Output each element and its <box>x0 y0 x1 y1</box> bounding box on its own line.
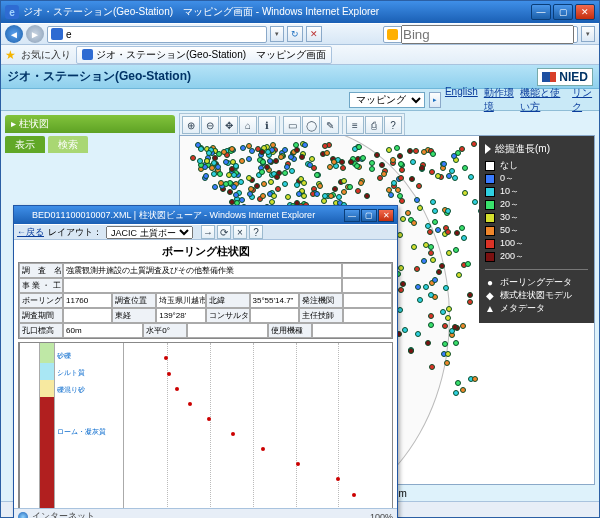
boring-point[interactable] <box>416 183 422 189</box>
boring-point[interactable] <box>402 327 408 333</box>
boring-point[interactable] <box>395 187 401 193</box>
boring-point[interactable] <box>360 155 366 161</box>
boring-point[interactable] <box>274 174 280 180</box>
boring-point[interactable] <box>459 225 465 231</box>
boring-point[interactable] <box>423 284 429 290</box>
search-bar[interactable] <box>383 26 578 43</box>
boring-point[interactable] <box>271 193 277 199</box>
boring-point[interactable] <box>441 161 447 167</box>
address-bar[interactable] <box>47 26 267 43</box>
boring-point[interactable] <box>278 154 284 160</box>
popup-tool-button[interactable]: × <box>233 225 247 239</box>
boring-point[interactable] <box>467 299 473 305</box>
layout-select[interactable]: JACIC 土質ボー <box>106 226 193 239</box>
boring-point[interactable] <box>302 142 308 148</box>
boring-point[interactable] <box>452 175 458 181</box>
boring-point[interactable] <box>429 169 435 175</box>
boring-point[interactable] <box>425 223 431 229</box>
mode-go-button[interactable]: ▸ <box>429 92 441 108</box>
boring-point[interactable] <box>449 168 455 174</box>
boring-point[interactable] <box>453 340 459 346</box>
header-link[interactable]: リンク <box>572 86 595 114</box>
boring-point[interactable] <box>443 285 449 291</box>
address-input[interactable] <box>66 28 263 41</box>
boring-point[interactable] <box>472 199 478 205</box>
layer-button[interactable]: ≡ <box>346 116 364 134</box>
boring-point[interactable] <box>425 340 431 346</box>
boring-point[interactable] <box>410 159 416 165</box>
popup-tool-button[interactable]: ⟳ <box>217 225 231 239</box>
zoom-out-button[interactable]: ⊖ <box>201 116 219 134</box>
measure-button[interactable]: ✎ <box>321 116 339 134</box>
popup-tool-button[interactable]: ? <box>249 225 263 239</box>
boring-point[interactable] <box>411 220 417 226</box>
boring-point[interactable] <box>270 142 276 148</box>
boring-point[interactable] <box>369 160 375 166</box>
boring-point[interactable] <box>421 149 427 155</box>
boring-point[interactable] <box>430 199 436 205</box>
boring-point[interactable] <box>451 153 457 159</box>
boring-point[interactable] <box>397 153 403 159</box>
boring-point[interactable] <box>461 235 467 241</box>
maximize-button[interactable]: ▢ <box>553 4 573 20</box>
stop-button[interactable]: ✕ <box>306 26 322 42</box>
boring-point[interactable] <box>400 216 406 222</box>
popup-tool-button[interactable]: → <box>201 225 215 239</box>
boring-point[interactable] <box>397 307 403 313</box>
boring-point[interactable] <box>446 306 452 312</box>
boring-point[interactable] <box>440 309 446 315</box>
boring-point[interactable] <box>432 277 438 283</box>
print-button[interactable]: ⎙ <box>365 116 383 134</box>
boring-point[interactable] <box>314 172 320 178</box>
boring-point[interactable] <box>231 172 237 178</box>
boring-point[interactable] <box>442 341 448 347</box>
boring-point[interactable] <box>453 390 459 396</box>
sidebar-tab[interactable]: 検索 <box>48 136 88 153</box>
select-rect-button[interactable]: ▭ <box>283 116 301 134</box>
boring-point[interactable] <box>430 151 436 157</box>
boring-point[interactable] <box>379 162 385 168</box>
boring-point[interactable] <box>460 387 466 393</box>
boring-point[interactable] <box>386 187 392 193</box>
boring-point[interactable] <box>309 156 315 162</box>
sidebar-tab[interactable]: 表示 <box>5 136 45 153</box>
boring-point[interactable] <box>446 250 452 256</box>
boring-point[interactable] <box>445 315 451 321</box>
pan-button[interactable]: ✥ <box>220 116 238 134</box>
boring-point[interactable] <box>301 180 307 186</box>
boring-point[interactable] <box>388 192 394 198</box>
boring-point[interactable] <box>428 292 434 298</box>
boring-point[interactable] <box>399 167 405 173</box>
boring-point[interactable] <box>386 147 392 153</box>
boring-point[interactable] <box>435 227 441 233</box>
forward-button[interactable]: ► <box>26 25 44 43</box>
boring-point[interactable] <box>445 351 451 357</box>
boring-point[interactable] <box>472 376 478 382</box>
boring-point[interactable] <box>285 194 291 200</box>
boring-point[interactable] <box>455 380 461 386</box>
boring-point[interactable] <box>267 158 273 164</box>
boring-point[interactable] <box>442 323 448 329</box>
search-input[interactable] <box>401 25 574 44</box>
popup-close-button[interactable]: ✕ <box>378 209 394 222</box>
mode-select[interactable]: マッピング <box>349 92 425 108</box>
boring-point[interactable] <box>355 188 361 194</box>
boring-point[interactable] <box>459 146 465 152</box>
boring-point[interactable] <box>471 141 477 147</box>
boring-point[interactable] <box>275 186 281 192</box>
boring-point[interactable] <box>394 145 400 151</box>
boring-point[interactable] <box>301 193 307 199</box>
boring-point[interactable] <box>408 348 414 354</box>
boring-point[interactable] <box>211 160 217 166</box>
sidebar-panel-header[interactable]: ▸ 柱状図 <box>5 115 175 133</box>
boring-point[interactable] <box>407 148 413 154</box>
boring-point[interactable] <box>460 323 466 329</box>
address-dropdown[interactable]: ▾ <box>270 26 284 42</box>
boring-point[interactable] <box>432 219 438 225</box>
legend-collapse-icon[interactable] <box>485 144 491 154</box>
boring-point[interactable] <box>229 146 235 152</box>
popup-minimize-button[interactable]: — <box>344 209 360 222</box>
boring-point[interactable] <box>261 181 267 187</box>
header-link[interactable]: English <box>445 86 478 114</box>
star-icon[interactable]: ★ <box>5 48 16 62</box>
